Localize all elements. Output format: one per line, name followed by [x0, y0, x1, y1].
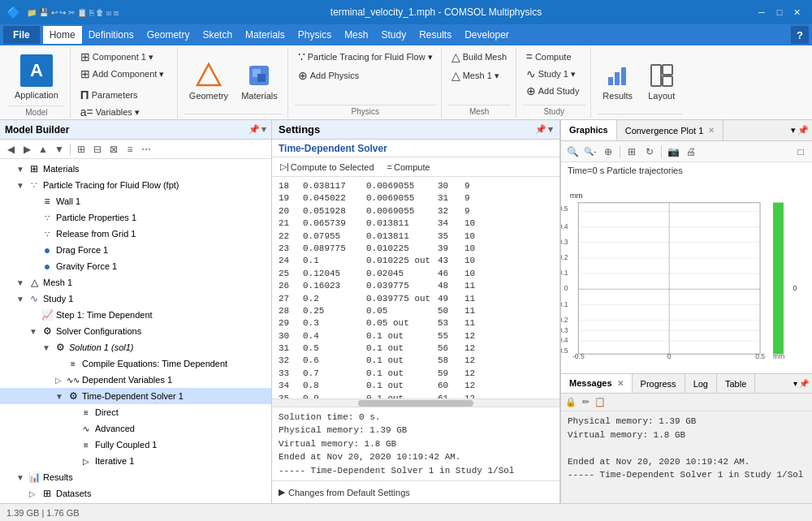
- log-scrollbar[interactable]: [272, 398, 559, 407]
- lock-button[interactable]: 🔒: [564, 396, 577, 409]
- help-button[interactable]: ?: [791, 26, 809, 44]
- nav-up-button[interactable]: ▲: [36, 142, 50, 157]
- tab-table[interactable]: Table: [717, 374, 755, 393]
- tree-item-derived-values[interactable]: ▷ ⊞ Derived Values: [0, 502, 271, 503]
- component-button[interactable]: ⊞ Component 1 ▾: [77, 49, 157, 65]
- tree-item-iterative[interactable]: ▷ Iterative 1: [0, 453, 271, 469]
- menu-sketch[interactable]: Sketch: [196, 26, 239, 44]
- changes-from-default[interactable]: ▶ Changes from Default Settings: [272, 480, 559, 503]
- more-options-button[interactable]: ⋯: [139, 142, 153, 157]
- minimize-button[interactable]: ─: [754, 4, 770, 20]
- tree-item-solution1[interactable]: ▼ ⚙ Solution 1 (sol1): [0, 339, 271, 355]
- print-button[interactable]: 🖨: [683, 144, 699, 160]
- rotate-button[interactable]: ↻: [641, 144, 658, 160]
- copy-button[interactable]: 📋: [594, 396, 607, 409]
- tree-item-particle-props[interactable]: ∵ Particle Properties 1: [0, 209, 271, 226]
- log-cell: 0.9: [303, 393, 360, 398]
- add-component-button[interactable]: ⊞ Add Component ▾: [77, 66, 168, 82]
- status-text: 1.39 GB | 1.76 GB: [6, 508, 80, 518]
- tree-item-mesh1[interactable]: ▼ △ Mesh 1: [0, 274, 271, 291]
- detach-button[interactable]: □: [793, 144, 809, 160]
- tree-item-compile-eq[interactable]: ≡ Compile Equations: Time Dependent: [0, 355, 271, 372]
- menu-geometry[interactable]: Geometry: [140, 26, 197, 44]
- messages-tab-close[interactable]: ✕: [617, 379, 624, 388]
- results-button[interactable]: Results: [598, 53, 638, 110]
- split-view-button[interactable]: ⊠: [106, 142, 121, 157]
- tab-graphics[interactable]: Graphics: [561, 120, 617, 140]
- particle-tracing-button[interactable]: ∵ Particle Tracing for Fluid Flow ▾: [295, 49, 436, 65]
- add-study-button[interactable]: ⊕ Add Study: [523, 83, 583, 99]
- tab-log[interactable]: Log: [685, 374, 717, 393]
- tree-item-particle-tracing[interactable]: ▼ ∵ Particle Tracing for Fluid Flow (fpt…: [0, 177, 271, 193]
- zoom-fit-button[interactable]: ⊕: [600, 144, 616, 160]
- tree-item-datasets[interactable]: ▷ ⊞ Datasets: [0, 485, 271, 502]
- layout-button[interactable]: Layout: [641, 53, 682, 110]
- compute-to-selected-button[interactable]: ▷| Compute to Selected: [275, 160, 379, 174]
- add-physics-button[interactable]: ⊕ Add Physics: [295, 67, 363, 84]
- menu-materials[interactable]: Materials: [239, 26, 292, 44]
- nav-down-button[interactable]: ▼: [52, 142, 67, 157]
- menu-study[interactable]: Study: [374, 26, 412, 44]
- compute-button[interactable]: = Compute: [523, 49, 575, 65]
- collapse-all-button[interactable]: ⊟: [90, 142, 105, 157]
- tree-label-solver-configs: Solver Configurations: [56, 326, 141, 336]
- messages-pin[interactable]: 📌: [799, 379, 809, 388]
- nav-back-button[interactable]: ◀: [3, 142, 18, 157]
- tree-item-time-dep[interactable]: 📈 Step 1: Time Dependent: [0, 307, 271, 323]
- tree-item-dep-vars[interactable]: ▷ ∿∿ Dependent Variables 1: [0, 372, 271, 388]
- messages-menu[interactable]: ▾: [793, 379, 797, 388]
- tab-convergence-plot[interactable]: Convergence Plot 1 ✕: [617, 120, 724, 140]
- log-area: 180.0381170.0069055309190.0450220.006905…: [272, 177, 559, 398]
- variables-button[interactable]: a= Variables ▾: [77, 104, 143, 120]
- tree-item-materials[interactable]: ▼ ⊞ Materials: [0, 161, 271, 177]
- menu-physics[interactable]: Physics: [292, 26, 338, 44]
- tree-item-gravity-force[interactable]: ● Gravity Force 1: [0, 258, 271, 274]
- graphics-menu-button[interactable]: ▾: [791, 125, 796, 136]
- camera-button[interactable]: 📷: [665, 144, 681, 160]
- maximize-button[interactable]: □: [771, 4, 788, 20]
- zoom-out-button[interactable]: 🔍-: [582, 144, 598, 160]
- build-mesh-button[interactable]: △ Build Mesh: [448, 49, 510, 65]
- application-button[interactable]: A Application: [8, 49, 65, 105]
- collapse-button[interactable]: ▾: [261, 124, 266, 135]
- tree-item-wall1[interactable]: ≡ Wall 1: [0, 193, 271, 209]
- tree-item-drag-force[interactable]: ● Drag Force 1: [0, 242, 271, 258]
- tree-item-release-grid[interactable]: ∵ Release from Grid 1: [0, 226, 271, 242]
- pin-button[interactable]: 📌: [248, 124, 260, 135]
- expand-all-button[interactable]: ⊞: [74, 142, 89, 157]
- menu-home[interactable]: Home: [43, 26, 82, 44]
- study1-button[interactable]: ∿ Study 1 ▾: [523, 66, 579, 82]
- grid-button[interactable]: ⊞: [624, 144, 640, 160]
- file-menu[interactable]: File: [3, 26, 40, 44]
- menu-results[interactable]: Results: [412, 26, 458, 44]
- nav-forward-button[interactable]: ▶: [19, 142, 34, 157]
- tree-item-direct[interactable]: ≡ Direct: [0, 404, 271, 420]
- compute-btn[interactable]: = Compute: [382, 161, 435, 174]
- menu-developer[interactable]: Developer: [458, 26, 516, 44]
- tree-item-results[interactable]: ▼ 📊 Results: [0, 469, 271, 485]
- geometry-button[interactable]: Geometry: [184, 53, 233, 110]
- settings-collapse[interactable]: ▾: [548, 124, 553, 135]
- tree-item-fully-coupled[interactable]: ≡ Fully Coupled 1: [0, 437, 271, 453]
- mesh1-button[interactable]: △ Mesh 1 ▾: [448, 67, 503, 84]
- tree-label-time-dep: Step 1: Time Dependent: [56, 310, 153, 320]
- model-builder-title: Model Builder: [5, 124, 69, 136]
- edit-button[interactable]: ✏: [579, 396, 592, 409]
- tree-item-solver-configs[interactable]: ▼ ⚙ Solver Configurations: [0, 323, 271, 339]
- graphics-pin-button[interactable]: 📌: [797, 125, 809, 136]
- tree-item-time-dep-solver[interactable]: ▼ ⚙ Time-Dependent Solver 1: [0, 388, 271, 404]
- tree-item-study1[interactable]: ▼ ∿ Study 1: [0, 291, 271, 307]
- materials-button[interactable]: Materials: [236, 53, 283, 110]
- view-options-button[interactable]: ≡: [123, 142, 137, 157]
- window-title: terminal_velocity_1.mph - COMSOL Multiph…: [330, 6, 542, 18]
- settings-pin[interactable]: 📌: [535, 124, 546, 135]
- convergence-tab-close[interactable]: ✕: [708, 126, 715, 135]
- menu-mesh[interactable]: Mesh: [338, 26, 374, 44]
- zoom-in-button[interactable]: 🔍: [564, 144, 581, 160]
- close-button[interactable]: ✕: [789, 4, 806, 20]
- tree-item-advanced[interactable]: ∿ Advanced: [0, 420, 271, 437]
- tab-progress[interactable]: Progress: [633, 374, 685, 393]
- menu-definitions[interactable]: Definitions: [82, 26, 140, 44]
- parameters-button[interactable]: Π Parameters: [77, 86, 141, 103]
- tab-messages[interactable]: Messages ✕: [561, 374, 633, 393]
